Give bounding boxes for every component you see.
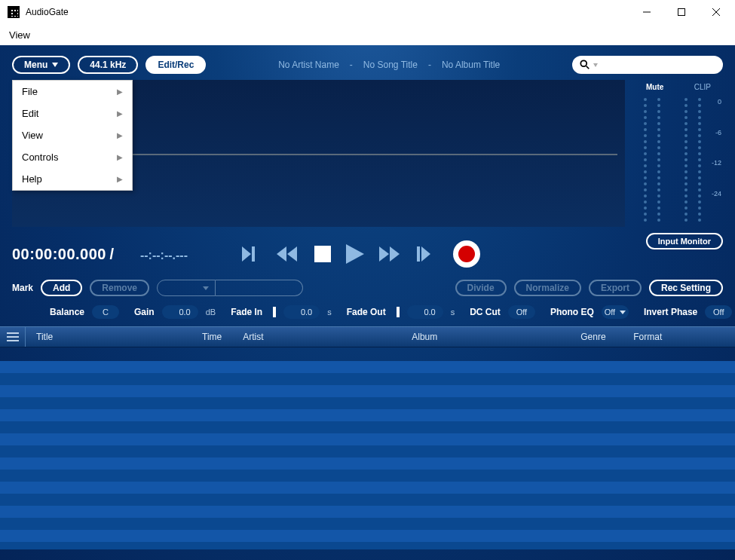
playlist-body[interactable]: [0, 361, 735, 549]
meter-right-2: [694, 98, 705, 227]
minimize-button[interactable]: [629, 0, 664, 24]
submenu-arrow-icon: ▶: [117, 131, 123, 139]
search-input[interactable]: [572, 56, 723, 74]
meta-sep: -: [350, 60, 353, 70]
record-icon: [458, 246, 475, 262]
svg-marker-12: [379, 246, 389, 262]
sample-rate-button[interactable]: 44.1 kHz: [78, 56, 138, 74]
play-button[interactable]: [346, 244, 364, 264]
svg-point-4: [580, 60, 586, 66]
menu-item-view[interactable]: View▶: [13, 124, 132, 146]
mute-label[interactable]: Mute: [646, 83, 663, 91]
level-meters: Mute CLIP 0 -6 -12 -24: [640, 80, 723, 227]
mark-add-button[interactable]: Add: [41, 280, 82, 296]
fadein-label: Fade In: [231, 307, 262, 317]
menu-item-help[interactable]: Help▶: [13, 168, 132, 190]
fadein-value[interactable]: 0.0: [283, 305, 320, 319]
col-format[interactable]: Format: [623, 332, 683, 342]
meter-right: [654, 98, 664, 227]
col-time[interactable]: Time: [191, 332, 232, 342]
app-icon: [8, 6, 20, 18]
mark-name-field[interactable]: [216, 280, 303, 296]
track-meta: No Artist Name - No Song Title - No Albu…: [213, 60, 565, 70]
maximize-button[interactable]: [664, 0, 699, 24]
chevron-down-icon: [203, 286, 209, 290]
svg-marker-13: [390, 246, 400, 262]
invert-value[interactable]: Off: [705, 305, 732, 319]
fadeout-checkbox[interactable]: [397, 307, 400, 317]
titlebar: AudioGate: [0, 0, 735, 24]
normalize-button[interactable]: Normalize: [514, 280, 581, 296]
export-button[interactable]: Export: [589, 280, 642, 296]
col-genre[interactable]: Genre: [570, 332, 623, 342]
time-current: 00:00:00.000: [12, 246, 106, 262]
meter-left: [640, 98, 651, 227]
chevron-down-icon: [593, 63, 598, 67]
menu-button[interactable]: Menu: [12, 56, 70, 74]
time-slash: /: [109, 246, 114, 262]
col-title[interactable]: Title: [26, 332, 191, 342]
fadeout-label: Fade Out: [347, 307, 386, 317]
edit-rec-button[interactable]: Edit/Rec: [145, 56, 206, 74]
meter-scale: 0 -6 -12 -24: [708, 98, 721, 205]
phono-label: Phono EQ: [550, 307, 594, 317]
mark-label: Mark: [12, 283, 33, 293]
col-artist[interactable]: Artist: [232, 332, 401, 342]
submenu-arrow-icon: ▶: [117, 175, 123, 183]
balance-label: Balance: [50, 307, 84, 317]
menu-item-label: Controls: [22, 151, 58, 163]
svg-rect-1: [678, 9, 685, 16]
menu-item-label: Edit: [22, 108, 38, 119]
mark-remove-button[interactable]: Remove: [90, 280, 149, 296]
col-album[interactable]: Album: [401, 332, 570, 342]
menubar-view[interactable]: View: [3, 26, 36, 44]
close-button[interactable]: [699, 0, 733, 24]
skip-start-button[interactable]: [240, 245, 262, 263]
edit-rec-label: Edit/Rec: [158, 60, 194, 70]
stop-button[interactable]: [314, 246, 331, 262]
record-button[interactable]: [453, 240, 480, 268]
menu-item-label: File: [22, 86, 38, 97]
menubar: View: [0, 24, 735, 45]
svg-rect-14: [417, 246, 420, 262]
svg-marker-8: [277, 246, 286, 262]
app-body: Menu 44.1 kHz Edit/Rec No Artist Name - …: [0, 45, 735, 560]
fadeout-value[interactable]: 0.0: [407, 305, 443, 319]
svg-marker-15: [421, 246, 430, 262]
balance-value[interactable]: C: [92, 305, 119, 319]
rec-setting-button[interactable]: Rec Setting: [649, 280, 723, 296]
skip-end-button[interactable]: [417, 245, 438, 263]
svg-marker-6: [242, 246, 251, 262]
top-row: Menu 44.1 kHz Edit/Rec No Artist Name - …: [0, 45, 735, 80]
meta-album: No Album Title: [442, 60, 500, 70]
input-monitor-button[interactable]: Input Monitor: [646, 233, 723, 249]
gain-unit: dB: [206, 308, 216, 317]
time-total: --:--:--.---: [140, 249, 188, 262]
phono-value[interactable]: Off: [602, 305, 629, 319]
fadeout-unit: s: [451, 308, 455, 317]
menu-item-file[interactable]: File▶: [13, 81, 132, 103]
transport-controls: [240, 240, 480, 268]
divide-button[interactable]: Divide: [455, 280, 507, 296]
svg-marker-9: [287, 246, 297, 262]
dccut-value[interactable]: Off: [508, 305, 535, 319]
search-icon: [580, 60, 590, 70]
playlist-menu-button[interactable]: [0, 327, 26, 347]
sample-rate-label: 44.1 kHz: [90, 60, 126, 70]
menu-item-controls[interactable]: Controls▶: [13, 146, 132, 168]
playlist-header: Title Time Artist Album Genre Format: [0, 326, 735, 347]
rewind-button[interactable]: [277, 245, 299, 263]
fast-forward-button[interactable]: [379, 245, 402, 263]
menu-popup: File▶ Edit▶ View▶ Controls▶ Help▶: [12, 80, 133, 191]
submenu-arrow-icon: ▶: [117, 109, 123, 118]
svg-rect-7: [252, 246, 255, 262]
mark-row: Mark Add Remove Divide Normalize Export …: [0, 275, 735, 301]
fadein-checkbox[interactable]: [273, 307, 276, 317]
input-monitor-label: Input Monitor: [658, 237, 711, 246]
clip-label: CLIP: [694, 83, 711, 91]
invert-label: Invert Phase: [644, 307, 697, 317]
mark-select[interactable]: [157, 280, 216, 296]
menu-item-edit[interactable]: Edit▶: [13, 103, 132, 124]
dccut-label: DC Cut: [470, 307, 501, 317]
gain-value[interactable]: 0.0: [162, 305, 198, 319]
